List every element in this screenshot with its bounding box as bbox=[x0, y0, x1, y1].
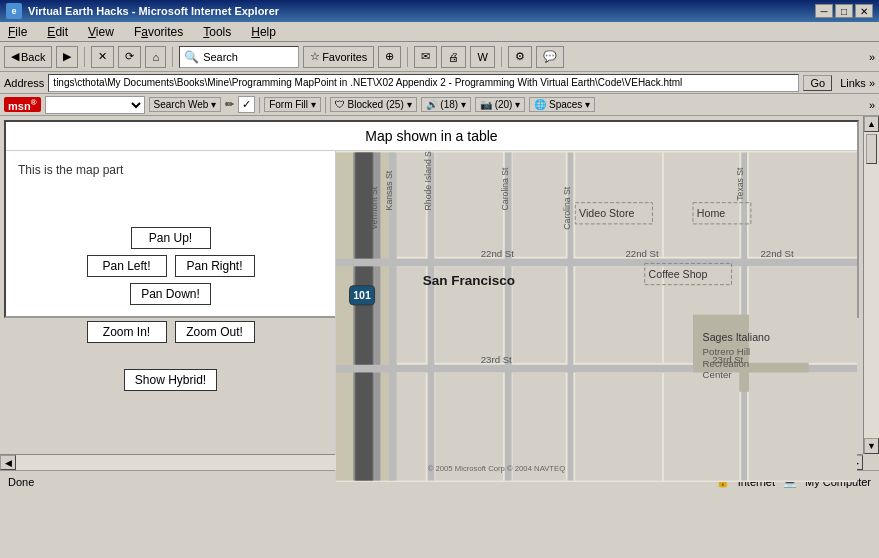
svg-rect-19 bbox=[575, 266, 662, 362]
address-input[interactable] bbox=[48, 74, 799, 92]
svg-rect-30 bbox=[749, 372, 857, 480]
go-button[interactable]: Go bbox=[803, 75, 832, 91]
show-hybrid-button[interactable]: Show Hybrid! bbox=[124, 369, 217, 391]
menu-tools[interactable]: Tools bbox=[199, 24, 235, 40]
search-web-button[interactable]: Search Web ▾ bbox=[149, 97, 222, 112]
svg-text:Potrero Hill: Potrero Hill bbox=[703, 346, 751, 357]
svg-text:Texas St: Texas St bbox=[735, 167, 745, 201]
menu-favorites[interactable]: Favorites bbox=[130, 24, 187, 40]
svg-text:Carolina St: Carolina St bbox=[500, 167, 510, 210]
popup-20-button[interactable]: 📷 (20) ▾ bbox=[475, 97, 525, 112]
svg-text:© 2005 Microsoft Corp  © 2004 : © 2005 Microsoft Corp © 2004 NAVTEQ bbox=[428, 464, 566, 473]
search-label: Search bbox=[203, 51, 238, 63]
refresh-button[interactable]: ⟳ bbox=[118, 46, 141, 68]
pan-right-button[interactable]: Pan Right! bbox=[175, 255, 255, 277]
map-panel: 101 Video Store Home San Francisco Coffe… bbox=[336, 151, 857, 482]
blocked-button[interactable]: 🛡 Blocked (25) ▾ bbox=[330, 97, 417, 112]
ie-icon: e bbox=[6, 3, 22, 19]
menu-help[interactable]: Help bbox=[247, 24, 280, 40]
menu-view[interactable]: View bbox=[84, 24, 118, 40]
pan-left-button[interactable]: Pan Left! bbox=[87, 255, 167, 277]
forward-button[interactable]: ▶ bbox=[56, 46, 78, 68]
toolbar-separator-3 bbox=[407, 47, 408, 67]
mail-button[interactable]: ✉ bbox=[414, 46, 437, 68]
svg-text:Video Store: Video Store bbox=[579, 207, 634, 219]
window-title: Virtual Earth Hacks - Microsoft Internet… bbox=[28, 5, 279, 17]
home-button[interactable]: ⌂ bbox=[145, 46, 166, 68]
zoom-in-button[interactable]: Zoom In! bbox=[87, 321, 167, 343]
search-box[interactable]: 🔍 Search bbox=[179, 46, 299, 68]
address-label: Address bbox=[4, 77, 44, 89]
search-icon: 🔍 bbox=[184, 50, 199, 64]
menu-edit[interactable]: Edit bbox=[43, 24, 72, 40]
svg-rect-15 bbox=[575, 152, 662, 256]
msn-search-dropdown[interactable] bbox=[45, 96, 145, 114]
svg-text:Sages Italiano: Sages Italiano bbox=[703, 331, 770, 343]
browser-content-area: Map shown in a table This is the map par… bbox=[0, 116, 879, 454]
pencil-icon: ✏ bbox=[225, 98, 234, 111]
controls-inner: Pan Up! Pan Left! Pan Right! Pan Down! bbox=[87, 227, 255, 391]
title-bar: e Virtual Earth Hacks - Microsoft Intern… bbox=[0, 0, 879, 22]
pan-lr-row: Pan Left! Pan Right! bbox=[87, 255, 255, 277]
status-text: Done bbox=[8, 476, 34, 488]
svg-text:San Francisco: San Francisco bbox=[423, 273, 515, 288]
stop-button[interactable]: ✕ bbox=[91, 46, 114, 68]
menu-bar: File Edit View Favorites Tools Help bbox=[0, 22, 879, 42]
svg-text:Vermont St: Vermont St bbox=[369, 186, 379, 229]
pan-up-button[interactable]: Pan Up! bbox=[131, 227, 211, 249]
hybrid-row: Show Hybrid! bbox=[124, 369, 217, 391]
back-button[interactable]: ◀ Back bbox=[4, 46, 52, 68]
svg-rect-23 bbox=[575, 372, 662, 480]
main-content: Map shown in a table This is the map par… bbox=[4, 120, 859, 318]
restore-button[interactable]: □ bbox=[835, 4, 853, 18]
checkmark-button[interactable]: ✓ bbox=[238, 96, 255, 113]
toolbar-separator-4 bbox=[501, 47, 502, 67]
svg-rect-14 bbox=[513, 152, 566, 256]
svg-text:Recreation: Recreation bbox=[703, 358, 750, 369]
content-wrapper: Map shown in a table This is the map par… bbox=[0, 116, 863, 454]
svg-rect-24 bbox=[664, 152, 739, 256]
scroll-track bbox=[864, 132, 879, 438]
edit-button[interactable]: W bbox=[470, 46, 494, 68]
scroll-down-button[interactable]: ▼ bbox=[864, 438, 879, 454]
print-button[interactable]: 🖨 bbox=[441, 46, 466, 68]
controls-panel: This is the map part Pan Up! Pan Left! P… bbox=[6, 151, 336, 482]
address-bar: Address Go Links » bbox=[0, 72, 879, 94]
svg-text:Carolina St: Carolina St bbox=[562, 186, 572, 229]
svg-rect-29 bbox=[664, 372, 739, 480]
favorites-button[interactable]: ☆ Favorites bbox=[303, 46, 374, 68]
svg-rect-18 bbox=[513, 266, 566, 362]
msn-sep-1 bbox=[259, 97, 260, 113]
scroll-up-button[interactable]: ▲ bbox=[864, 116, 879, 132]
zoom-row: Zoom In! Zoom Out! bbox=[87, 321, 255, 343]
pan-down-button[interactable]: Pan Down! bbox=[130, 283, 211, 305]
discuss-button[interactable]: 💬 bbox=[536, 46, 564, 68]
tools-button[interactable]: ⚙ bbox=[508, 46, 532, 68]
media-button[interactable]: ⊕ bbox=[378, 46, 401, 68]
spaces-button[interactable]: 🌐 Spaces ▾ bbox=[529, 97, 595, 112]
links-label[interactable]: Links » bbox=[840, 77, 875, 89]
msn-extra: » bbox=[869, 99, 875, 111]
zoom-out-button[interactable]: Zoom Out! bbox=[175, 321, 255, 343]
toolbar-extra: » bbox=[869, 51, 875, 63]
scrollbar-vertical[interactable]: ▲ ▼ bbox=[863, 116, 879, 454]
close-button[interactable]: ✕ bbox=[855, 4, 873, 18]
popup-18-button[interactable]: 🔊 (18) ▾ bbox=[421, 97, 471, 112]
scroll-left-button[interactable]: ◀ bbox=[0, 455, 16, 470]
menu-file[interactable]: File bbox=[4, 24, 31, 40]
minimize-button[interactable]: ─ bbox=[815, 4, 833, 18]
svg-text:23rd St: 23rd St bbox=[481, 354, 512, 365]
svg-rect-13 bbox=[435, 152, 503, 256]
scroll-thumb[interactable] bbox=[866, 134, 877, 164]
svg-text:Coffee Shop: Coffee Shop bbox=[649, 268, 708, 280]
svg-text:22nd St: 22nd St bbox=[481, 248, 515, 259]
svg-text:Home: Home bbox=[697, 207, 725, 219]
pan-down-row: Pan Down! bbox=[130, 283, 211, 305]
svg-text:Center: Center bbox=[703, 369, 733, 380]
map-label: This is the map part bbox=[16, 161, 325, 179]
svg-text:Kansas St: Kansas St bbox=[384, 170, 394, 210]
svg-text:22nd St: 22nd St bbox=[625, 248, 659, 259]
svg-rect-25 bbox=[749, 152, 857, 256]
msn-logo: msn® bbox=[4, 97, 41, 113]
form-fill-button[interactable]: Form Fill ▾ bbox=[264, 97, 321, 112]
